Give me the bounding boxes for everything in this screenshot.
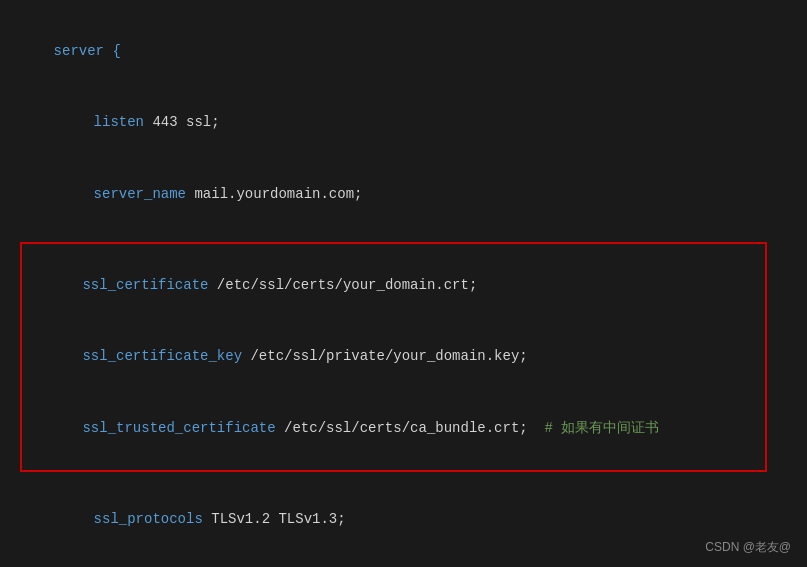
value-ssl-protocols: TLSv1.2 TLSv1.3; [203,511,346,527]
keyword-server: server { [54,43,121,59]
keyword-ssl-protocols: ssl_protocols [94,511,203,527]
line-ssl-cert-key: ssl_certificate_key /etc/ssl/private/you… [32,322,755,393]
line-ssl-trusted: ssl_trusted_certificate /etc/ssl/certs/c… [32,393,755,464]
value-ssl-cert-key: /etc/ssl/private/your_domain.key; [242,348,528,364]
line-ssl-ciphers: ssl_ciphers HIGH:!aNULL:!MD5; [20,556,787,567]
keyword-ssl-cert-key: ssl_certificate_key [82,348,242,364]
keyword-server-name: server_name [94,186,186,202]
value-server-name: mail.yourdomain.com; [186,186,362,202]
value-ssl-trusted: /etc/ssl/certs/ca_bundle.crt; [276,420,528,436]
code-block: server { listen 443 ssl; server_name mai… [0,0,807,567]
keyword-ssl-trusted: ssl_trusted_certificate [82,420,275,436]
keyword-listen: listen [94,114,144,130]
keyword-ssl-cert: ssl_certificate [82,277,208,293]
line-ssl-cert: ssl_certificate /etc/ssl/certs/your_doma… [32,250,755,321]
value-listen: 443 ssl; [144,114,220,130]
ssl-certificate-block: ssl_certificate /etc/ssl/certs/your_doma… [20,242,767,472]
line-server-name: server_name mail.yourdomain.com; [20,159,787,230]
watermark: CSDN @老友@ [705,537,791,557]
comment-ssl-trusted: # 如果有中间证书 [528,420,660,436]
line-listen: listen 443 ssl; [20,87,787,158]
line-ssl-protocols: ssl_protocols TLSv1.2 TLSv1.3; [20,484,787,555]
value-ssl-cert: /etc/ssl/certs/your_domain.crt; [208,277,477,293]
line-server-open: server { [20,16,787,87]
